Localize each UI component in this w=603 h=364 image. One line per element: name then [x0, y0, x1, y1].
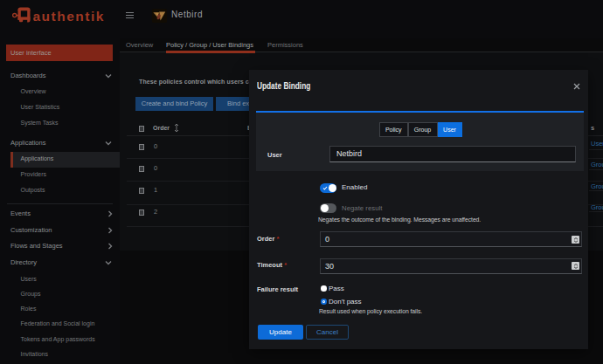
svg-text:authentik: authentik — [33, 9, 105, 24]
